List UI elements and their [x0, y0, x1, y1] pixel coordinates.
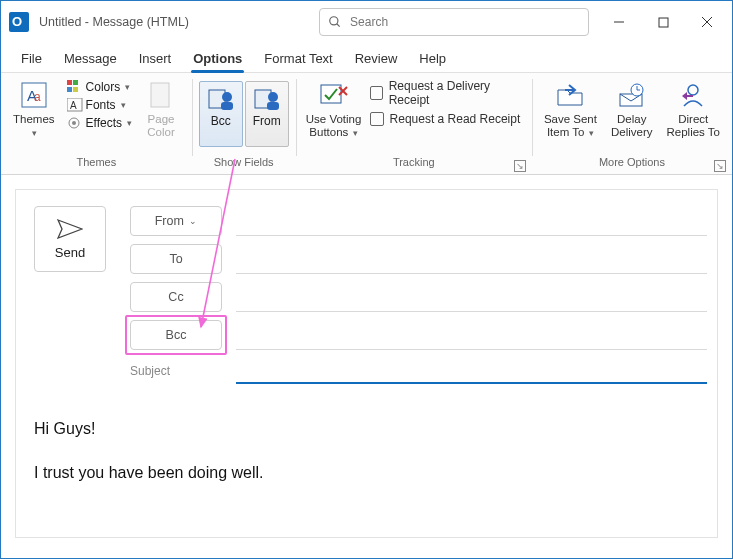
svg-point-29 [688, 85, 698, 95]
cc-button[interactable]: Cc [130, 282, 222, 312]
svg-point-19 [222, 92, 232, 102]
svg-point-16 [72, 121, 76, 125]
folder-arrow-icon [555, 82, 585, 108]
compose-area: Send From ⌄ To Cc Bcc Subject Hi Guys! I… [15, 189, 718, 538]
outlook-app-icon: O [9, 12, 29, 32]
tab-review[interactable]: Review [353, 51, 400, 72]
colors-icon [67, 80, 83, 94]
tab-help[interactable]: Help [417, 51, 448, 72]
search-icon [328, 15, 342, 29]
themes-button[interactable]: Aa Themes▾ [9, 77, 59, 142]
send-icon [57, 219, 83, 239]
from-person-icon [253, 86, 281, 112]
svg-rect-23 [267, 102, 279, 110]
delay-delivery-button[interactable]: Delay Delivery [607, 77, 657, 141]
group-more-options: Save Sent Item To ▾ Delay Delivery Direc… [532, 73, 732, 174]
ribbon-tabs: File Message Insert Options Format Text … [1, 43, 732, 73]
from-field[interactable] [236, 206, 707, 236]
tab-message[interactable]: Message [62, 51, 119, 72]
bcc-button[interactable]: Bcc [130, 320, 222, 350]
send-button[interactable]: Send [34, 206, 106, 272]
read-receipt-checkbox[interactable]: Request a Read Receipt [370, 109, 524, 129]
bcc-toggle[interactable]: Bcc [199, 81, 243, 147]
from-button[interactable]: From ⌄ [130, 206, 222, 236]
group-tracking: Use Voting Buttons ▾ Request a Delivery … [296, 73, 532, 174]
svg-rect-12 [73, 87, 78, 92]
svg-point-22 [268, 92, 278, 102]
svg-line-1 [337, 24, 340, 27]
title-bar: O Untitled - Message (HTML) Search [1, 1, 732, 43]
fonts-button[interactable]: A Fonts▾ [65, 97, 134, 113]
ribbon: Aa Themes▾ Colors▾ A Fonts▾ Effects▾ [1, 73, 732, 175]
bcc-field[interactable] [236, 320, 707, 350]
colors-button[interactable]: Colors▾ [65, 79, 134, 95]
svg-rect-3 [659, 18, 668, 27]
use-voting-button[interactable]: Use Voting Buttons ▾ [304, 77, 364, 142]
group-label-tracking: Tracking [304, 156, 524, 172]
tab-options[interactable]: Options [191, 51, 244, 72]
group-label-show-fields: Show Fields [200, 156, 288, 172]
group-label-more-options: More Options [540, 156, 724, 172]
group-label-themes: Themes [9, 156, 184, 172]
from-toggle[interactable]: From [245, 81, 289, 147]
subject-field[interactable] [236, 358, 707, 384]
tab-insert[interactable]: Insert [137, 51, 174, 72]
effects-button[interactable]: Effects▾ [65, 115, 134, 131]
svg-text:a: a [34, 90, 41, 104]
to-button[interactable]: To [130, 244, 222, 274]
more-options-launcher[interactable] [714, 160, 726, 172]
delivery-receipt-checkbox[interactable]: Request a Delivery Receipt [370, 83, 524, 103]
svg-rect-24 [321, 85, 341, 103]
minimize-button[interactable] [598, 6, 640, 38]
group-show-fields: Bcc From Show Fields [192, 73, 296, 174]
to-field[interactable] [236, 244, 707, 274]
cc-field[interactable] [236, 282, 707, 312]
svg-rect-20 [221, 102, 233, 110]
search-placeholder: Search [350, 15, 388, 29]
effects-icon [67, 116, 83, 130]
subject-label: Subject [130, 358, 222, 378]
tab-file[interactable]: File [19, 51, 44, 72]
direct-replies-button[interactable]: Direct Replies To [663, 77, 725, 141]
svg-text:A: A [70, 100, 77, 111]
tracking-launcher[interactable] [514, 160, 526, 172]
body-line: I trust you have been doing well. [34, 462, 707, 484]
email-body[interactable]: Hi Guys! I trust you have been doing wel… [34, 418, 707, 485]
group-themes: Aa Themes▾ Colors▾ A Fonts▾ Effects▾ [1, 73, 192, 174]
svg-rect-9 [67, 80, 72, 85]
checkbox-icon [370, 86, 383, 100]
window-title: Untitled - Message (HTML) [39, 15, 189, 29]
save-sent-item-button[interactable]: Save Sent Item To ▾ [540, 77, 601, 142]
svg-rect-17 [151, 83, 169, 107]
body-line: Hi Guys! [34, 418, 707, 440]
svg-rect-11 [67, 87, 72, 92]
maximize-button[interactable] [642, 6, 684, 38]
search-box[interactable]: Search [319, 8, 589, 36]
clock-envelope-icon [617, 82, 647, 108]
svg-rect-10 [73, 80, 78, 85]
page-color-button[interactable]: Page Color [140, 77, 182, 141]
bcc-person-icon [207, 86, 235, 112]
checkbox-icon [370, 112, 384, 126]
fonts-icon: A [67, 98, 83, 112]
svg-point-0 [330, 17, 338, 25]
close-button[interactable] [686, 6, 728, 38]
person-reply-icon [679, 82, 707, 108]
tab-format-text[interactable]: Format Text [262, 51, 334, 72]
